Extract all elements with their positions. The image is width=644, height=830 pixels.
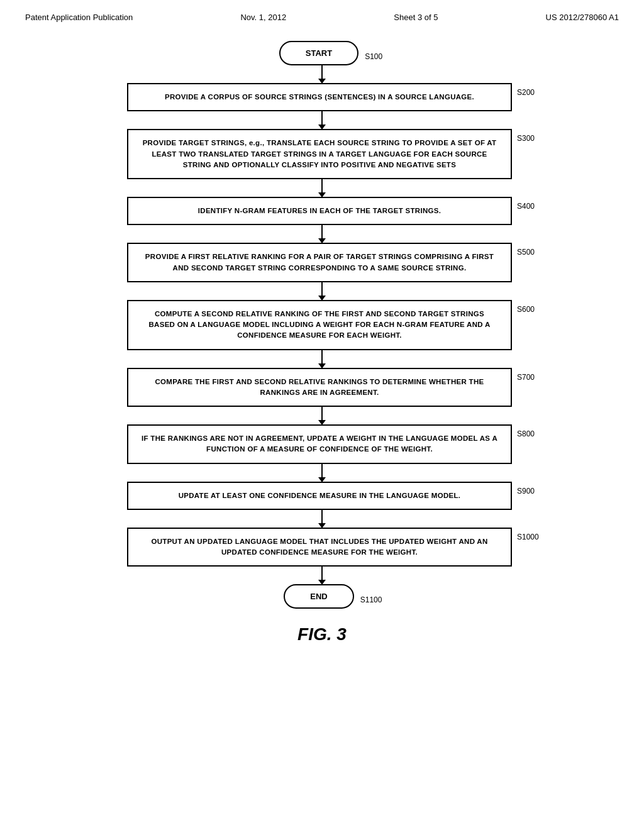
figure-caption: FIG. 3: [297, 624, 347, 645]
s100-label: S100: [365, 52, 382, 61]
s1000-box: OUTPUT AN UPDATED LANGUAGE MODEL THAT IN…: [127, 528, 512, 567]
s300-box: PROVIDE TARGET STRINGS, e.g., TRANSLATE …: [127, 129, 512, 179]
s300-label: S300: [517, 134, 535, 143]
s600-label: S600: [517, 305, 535, 314]
arrow-5: [63, 282, 581, 300]
s600-box: COMPUTE A SECOND RELATIVE RANKING OF THE…: [127, 300, 512, 350]
arrow-6: [63, 350, 581, 368]
end-node: END: [284, 584, 353, 609]
s700-box: COMPARE THE FIRST AND SECOND RELATIVE RA…: [127, 368, 512, 407]
header-sheet: Sheet 3 of 5: [394, 13, 438, 22]
arrow-10: [63, 567, 581, 584]
s1100-label: S1100: [360, 595, 382, 604]
arrow-9: [63, 510, 581, 528]
s700-label: S700: [517, 373, 535, 382]
s900-box: UPDATE AT LEAST ONE CONFIDENCE MEASURE I…: [127, 482, 512, 510]
arrow-7: [63, 407, 581, 424]
s800-label: S800: [517, 429, 535, 438]
s200-label: S200: [517, 88, 535, 97]
arrow-4: [63, 225, 581, 243]
page-header: Patent Application Publication Nov. 1, 2…: [25, 13, 619, 22]
s1000-label: S1000: [517, 533, 539, 541]
s200-box: PROVIDE A CORPUS OF SOURCE STRINGS (SENT…: [127, 83, 512, 111]
s500-label: S500: [517, 248, 535, 257]
s400-label: S400: [517, 202, 535, 211]
arrow-2: [63, 111, 581, 129]
s400-box: IDENTIFY N-GRAM FEATURES IN EACH OF THE …: [127, 197, 512, 225]
start-node: START: [279, 41, 358, 65]
s500-box: PROVIDE A FIRST RELATIVE RANKING FOR A P…: [127, 243, 512, 282]
arrow-1: [63, 65, 581, 83]
header-left: Patent Application Publication: [25, 13, 133, 22]
arrow-8: [63, 464, 581, 482]
arrow-3: [63, 179, 581, 197]
s800-box: IF THE RANKINGS ARE NOT IN AGREEMENT, UP…: [127, 424, 512, 464]
flowchart: START S100 PROVIDE A CORPUS OF SOURCE ST…: [25, 41, 619, 645]
header-patent: US 2012/278060 A1: [546, 13, 619, 22]
header-date: Nov. 1, 2012: [240, 13, 286, 22]
s900-label: S900: [517, 487, 535, 495]
